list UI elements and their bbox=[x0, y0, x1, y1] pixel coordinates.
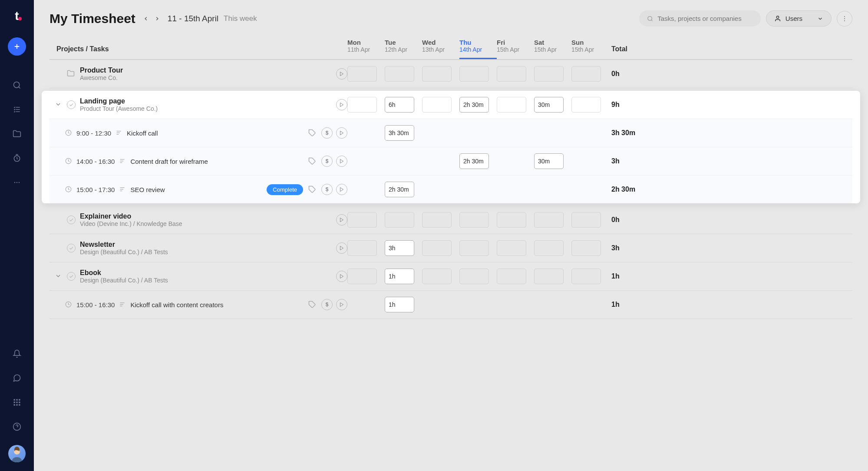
time-cell[interactable]: 1h bbox=[385, 297, 414, 312]
billable-button[interactable]: $ bbox=[321, 299, 333, 310]
users-dropdown[interactable]: Users bbox=[766, 10, 832, 27]
time-range: 14:00 - 16:30 bbox=[76, 158, 115, 165]
svg-point-19 bbox=[844, 18, 845, 19]
time-cell[interactable] bbox=[422, 269, 452, 284]
tag-button[interactable] bbox=[307, 156, 318, 167]
time-cell[interactable] bbox=[571, 240, 601, 256]
time-cell[interactable]: 6h bbox=[385, 97, 414, 113]
time-cell[interactable] bbox=[459, 212, 489, 228]
time-cell[interactable] bbox=[422, 212, 452, 228]
play-button[interactable] bbox=[336, 127, 347, 139]
time-cell[interactable] bbox=[347, 212, 377, 228]
time-cell[interactable] bbox=[497, 66, 526, 82]
time-cell[interactable]: 2h 30m bbox=[459, 97, 489, 113]
day-header-sat[interactable]: Sat15th Apr bbox=[534, 39, 571, 53]
time-cell[interactable] bbox=[497, 212, 526, 228]
billable-button[interactable]: $ bbox=[321, 156, 333, 167]
prev-week-button[interactable] bbox=[142, 14, 150, 23]
time-cell[interactable] bbox=[534, 66, 564, 82]
play-button[interactable] bbox=[336, 184, 347, 195]
time-cell[interactable]: 30m bbox=[534, 153, 564, 169]
time-cell[interactable] bbox=[385, 212, 414, 228]
time-cell[interactable] bbox=[571, 97, 601, 113]
check-circle[interactable] bbox=[67, 272, 76, 281]
time-cell[interactable] bbox=[534, 212, 564, 228]
time-cell[interactable] bbox=[571, 269, 601, 284]
row-total: 3h 30m bbox=[609, 129, 640, 137]
time-cell[interactable] bbox=[497, 97, 526, 113]
chevron-down-icon[interactable] bbox=[55, 101, 63, 109]
search-icon bbox=[647, 15, 653, 22]
tag-button[interactable] bbox=[307, 127, 318, 139]
play-button[interactable] bbox=[336, 156, 347, 167]
time-cell[interactable]: 3h bbox=[385, 240, 414, 256]
day-header-tue[interactable]: Tue12th Apr bbox=[385, 39, 422, 53]
billable-button[interactable]: $ bbox=[321, 127, 333, 139]
chevron-down-icon[interactable] bbox=[55, 272, 63, 280]
logo[interactable]: t bbox=[9, 8, 25, 24]
add-button[interactable] bbox=[8, 37, 26, 56]
day-header-mon[interactable]: Mon11th Apr bbox=[347, 39, 385, 53]
play-button[interactable] bbox=[336, 214, 347, 226]
svg-point-18 bbox=[844, 16, 845, 17]
task-title: Product Tour bbox=[80, 66, 123, 74]
day-header-fri[interactable]: Fri15th Apr bbox=[497, 39, 534, 53]
tag-button[interactable] bbox=[307, 299, 318, 310]
time-cell[interactable] bbox=[347, 269, 377, 284]
time-cell[interactable]: 1h bbox=[385, 269, 414, 284]
time-cell[interactable]: 2h 30m bbox=[385, 182, 414, 197]
play-button[interactable] bbox=[336, 271, 347, 282]
time-cell[interactable]: 30m bbox=[534, 97, 564, 113]
time-cell[interactable] bbox=[534, 269, 564, 284]
check-circle[interactable] bbox=[67, 244, 76, 252]
day-header-sun[interactable]: Sun15th Apr bbox=[571, 39, 609, 53]
billable-button[interactable]: $ bbox=[321, 184, 333, 195]
clock-icon bbox=[65, 186, 72, 193]
folder-icon[interactable] bbox=[12, 129, 22, 139]
day-header-wed[interactable]: Wed13th Apr bbox=[422, 39, 459, 53]
check-circle[interactable] bbox=[67, 100, 76, 109]
bell-icon[interactable] bbox=[12, 348, 22, 359]
time-cell[interactable] bbox=[571, 212, 601, 228]
check-circle[interactable] bbox=[67, 216, 76, 224]
search-box[interactable] bbox=[639, 10, 761, 27]
time-cell[interactable] bbox=[459, 240, 489, 256]
time-cell[interactable]: 3h 30m bbox=[385, 125, 414, 141]
time-cell[interactable] bbox=[459, 66, 489, 82]
timer-icon[interactable] bbox=[12, 153, 22, 163]
day-header-thu[interactable]: Thu14th Apr bbox=[459, 39, 497, 59]
time-cell[interactable] bbox=[347, 97, 377, 113]
time-cell[interactable] bbox=[347, 240, 377, 256]
search-icon[interactable] bbox=[12, 80, 22, 90]
time-cell[interactable] bbox=[497, 240, 526, 256]
next-week-button[interactable] bbox=[153, 14, 162, 23]
help-icon[interactable] bbox=[12, 421, 22, 432]
tasks-icon[interactable] bbox=[12, 104, 22, 115]
time-cell[interactable] bbox=[459, 269, 489, 284]
time-cell[interactable] bbox=[571, 66, 601, 82]
more-button[interactable] bbox=[837, 11, 852, 27]
time-cell[interactable] bbox=[534, 240, 564, 256]
tag-button[interactable] bbox=[307, 184, 318, 195]
time-cell[interactable]: 2h 30m bbox=[459, 153, 489, 169]
play-button[interactable] bbox=[336, 242, 347, 254]
chat-icon[interactable] bbox=[12, 373, 22, 383]
play-button[interactable] bbox=[336, 68, 347, 80]
user-icon bbox=[774, 15, 781, 22]
time-cell[interactable] bbox=[422, 240, 452, 256]
time-range: 15:00 - 17:30 bbox=[76, 186, 115, 193]
play-button[interactable] bbox=[336, 99, 347, 110]
search-input[interactable] bbox=[657, 15, 753, 22]
time-cell[interactable] bbox=[385, 66, 414, 82]
time-cell[interactable] bbox=[347, 66, 377, 82]
svg-marker-37 bbox=[340, 303, 343, 307]
avatar[interactable] bbox=[8, 445, 26, 462]
time-cell[interactable] bbox=[422, 66, 452, 82]
task-row: Product Tour Awesome Co. 0h bbox=[50, 60, 852, 88]
grid-icon[interactable] bbox=[12, 397, 22, 408]
sub-row: 14:00 - 16:30 Content draft for wirefram… bbox=[50, 147, 852, 176]
play-button[interactable] bbox=[336, 299, 347, 310]
time-cell[interactable] bbox=[422, 97, 452, 113]
time-cell[interactable] bbox=[497, 269, 526, 284]
more-icon[interactable] bbox=[12, 177, 22, 188]
